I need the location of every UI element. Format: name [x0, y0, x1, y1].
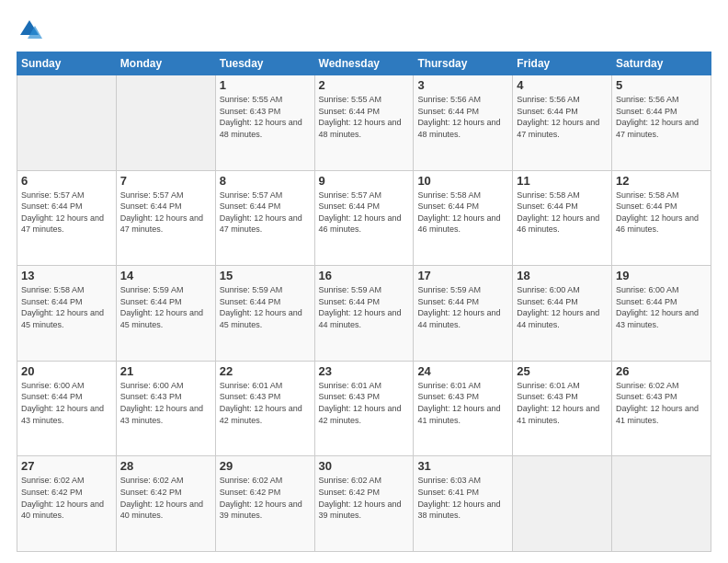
calendar-cell: 31Sunrise: 6:03 AM Sunset: 6:41 PM Dayli…: [414, 456, 513, 552]
day-number: 17: [417, 269, 508, 282]
day-number: 30: [319, 459, 410, 473]
day-info: Sunrise: 6:01 AM Sunset: 6:43 PM Dayligh…: [220, 380, 311, 426]
day-info: Sunrise: 5:59 AM Sunset: 6:44 PM Dayligh…: [417, 284, 508, 330]
day-of-week-header: Monday: [116, 52, 215, 75]
day-number: 11: [517, 174, 608, 188]
day-number: 18: [517, 269, 608, 282]
day-info: Sunrise: 5:59 AM Sunset: 6:44 PM Dayligh…: [220, 284, 311, 330]
day-number: 28: [120, 459, 211, 473]
calendar-cell: 18Sunrise: 6:00 AM Sunset: 6:44 PM Dayli…: [513, 266, 612, 362]
calendar: SundayMondayTuesdayWednesdayThursdayFrid…: [17, 52, 711, 552]
calendar-cell: 1Sunrise: 5:55 AM Sunset: 6:43 PM Daylig…: [215, 75, 314, 171]
day-info: Sunrise: 5:55 AM Sunset: 6:43 PM Dayligh…: [220, 94, 311, 140]
day-number: 12: [616, 174, 707, 188]
calendar-cell: 30Sunrise: 6:02 AM Sunset: 6:42 PM Dayli…: [314, 456, 414, 552]
calendar-cell: 24Sunrise: 6:01 AM Sunset: 6:43 PM Dayli…: [414, 361, 513, 456]
day-info: Sunrise: 6:02 AM Sunset: 6:42 PM Dayligh…: [21, 475, 112, 521]
day-number: 23: [319, 364, 410, 378]
day-info: Sunrise: 6:02 AM Sunset: 6:42 PM Dayligh…: [120, 475, 211, 521]
calendar-cell: 22Sunrise: 6:01 AM Sunset: 6:43 PM Dayli…: [215, 361, 314, 456]
logo: [17, 17, 46, 42]
calendar-cell: 23Sunrise: 6:01 AM Sunset: 6:43 PM Dayli…: [314, 361, 414, 456]
day-info: Sunrise: 6:02 AM Sunset: 6:42 PM Dayligh…: [319, 475, 410, 521]
calendar-week-row: 20Sunrise: 6:00 AM Sunset: 6:44 PM Dayli…: [17, 361, 711, 456]
day-info: Sunrise: 5:55 AM Sunset: 6:44 PM Dayligh…: [319, 94, 410, 140]
day-number: 13: [21, 269, 112, 282]
calendar-cell: 8Sunrise: 5:57 AM Sunset: 6:44 PM Daylig…: [215, 170, 314, 266]
calendar-week-row: 27Sunrise: 6:02 AM Sunset: 6:42 PM Dayli…: [17, 456, 711, 552]
calendar-cell: 10Sunrise: 5:58 AM Sunset: 6:44 PM Dayli…: [414, 170, 513, 266]
calendar-cell: 9Sunrise: 5:57 AM Sunset: 6:44 PM Daylig…: [314, 170, 414, 266]
calendar-cell: [17, 75, 117, 171]
calendar-cell: 17Sunrise: 5:59 AM Sunset: 6:44 PM Dayli…: [414, 266, 513, 362]
calendar-cell: 26Sunrise: 6:02 AM Sunset: 6:43 PM Dayli…: [612, 361, 711, 456]
calendar-cell: [513, 456, 612, 552]
day-info: Sunrise: 6:00 AM Sunset: 6:43 PM Dayligh…: [120, 380, 211, 426]
day-info: Sunrise: 5:57 AM Sunset: 6:44 PM Dayligh…: [319, 190, 410, 236]
day-info: Sunrise: 5:58 AM Sunset: 6:44 PM Dayligh…: [21, 284, 112, 330]
logo-icon: [17, 17, 42, 42]
calendar-cell: 19Sunrise: 6:00 AM Sunset: 6:44 PM Dayli…: [612, 266, 711, 362]
day-number: 24: [417, 364, 508, 378]
day-number: 6: [21, 174, 112, 188]
day-of-week-header: Wednesday: [314, 52, 414, 75]
day-info: Sunrise: 5:56 AM Sunset: 6:44 PM Dayligh…: [517, 94, 608, 140]
calendar-cell: 16Sunrise: 5:59 AM Sunset: 6:44 PM Dayli…: [314, 266, 414, 362]
calendar-cell: 12Sunrise: 5:58 AM Sunset: 6:44 PM Dayli…: [612, 170, 711, 266]
day-number: 26: [616, 364, 707, 378]
calendar-cell: 25Sunrise: 6:01 AM Sunset: 6:43 PM Dayli…: [513, 361, 612, 456]
day-number: 29: [220, 459, 311, 473]
calendar-cell: [612, 456, 711, 552]
day-number: 25: [517, 364, 608, 378]
calendar-cell: 5Sunrise: 5:56 AM Sunset: 6:44 PM Daylig…: [612, 75, 711, 171]
header: [17, 17, 711, 42]
day-number: 5: [616, 78, 707, 92]
day-number: 14: [120, 269, 211, 282]
day-info: Sunrise: 6:00 AM Sunset: 6:44 PM Dayligh…: [21, 380, 112, 426]
day-of-week-header: Thursday: [414, 52, 513, 75]
calendar-cell: [116, 75, 215, 171]
day-info: Sunrise: 5:57 AM Sunset: 6:44 PM Dayligh…: [220, 190, 311, 236]
day-number: 2: [319, 78, 410, 92]
day-number: 27: [21, 459, 112, 473]
day-info: Sunrise: 6:02 AM Sunset: 6:43 PM Dayligh…: [616, 380, 707, 426]
calendar-cell: 21Sunrise: 6:00 AM Sunset: 6:43 PM Dayli…: [116, 361, 215, 456]
day-of-week-header: Saturday: [612, 52, 711, 75]
calendar-week-row: 1Sunrise: 5:55 AM Sunset: 6:43 PM Daylig…: [17, 75, 711, 171]
day-info: Sunrise: 5:58 AM Sunset: 6:44 PM Dayligh…: [417, 190, 508, 236]
calendar-cell: 29Sunrise: 6:02 AM Sunset: 6:42 PM Dayli…: [215, 456, 314, 552]
day-number: 21: [120, 364, 211, 378]
calendar-cell: 6Sunrise: 5:57 AM Sunset: 6:44 PM Daylig…: [17, 170, 117, 266]
day-number: 31: [417, 459, 508, 473]
calendar-cell: 15Sunrise: 5:59 AM Sunset: 6:44 PM Dayli…: [215, 266, 314, 362]
day-number: 10: [417, 174, 508, 188]
day-of-week-header: Friday: [513, 52, 612, 75]
day-number: 16: [319, 269, 410, 282]
page: SundayMondayTuesdayWednesdayThursdayFrid…: [0, 0, 728, 563]
day-number: 22: [220, 364, 311, 378]
calendar-cell: 27Sunrise: 6:02 AM Sunset: 6:42 PM Dayli…: [17, 456, 117, 552]
calendar-cell: 20Sunrise: 6:00 AM Sunset: 6:44 PM Dayli…: [17, 361, 117, 456]
calendar-week-row: 6Sunrise: 5:57 AM Sunset: 6:44 PM Daylig…: [17, 170, 711, 266]
day-info: Sunrise: 6:02 AM Sunset: 6:42 PM Dayligh…: [220, 475, 311, 521]
day-number: 9: [319, 174, 410, 188]
day-info: Sunrise: 5:58 AM Sunset: 6:44 PM Dayligh…: [616, 190, 707, 236]
calendar-cell: 7Sunrise: 5:57 AM Sunset: 6:44 PM Daylig…: [116, 170, 215, 266]
day-info: Sunrise: 5:56 AM Sunset: 6:44 PM Dayligh…: [417, 94, 508, 140]
calendar-cell: 4Sunrise: 5:56 AM Sunset: 6:44 PM Daylig…: [513, 75, 612, 171]
calendar-cell: 11Sunrise: 5:58 AM Sunset: 6:44 PM Dayli…: [513, 170, 612, 266]
calendar-header-row: SundayMondayTuesdayWednesdayThursdayFrid…: [17, 52, 711, 75]
day-of-week-header: Tuesday: [215, 52, 314, 75]
day-info: Sunrise: 5:57 AM Sunset: 6:44 PM Dayligh…: [120, 190, 211, 236]
day-info: Sunrise: 6:00 AM Sunset: 6:44 PM Dayligh…: [616, 284, 707, 330]
day-number: 7: [120, 174, 211, 188]
day-info: Sunrise: 5:57 AM Sunset: 6:44 PM Dayligh…: [21, 190, 112, 236]
day-info: Sunrise: 5:58 AM Sunset: 6:44 PM Dayligh…: [517, 190, 608, 236]
calendar-cell: 14Sunrise: 5:59 AM Sunset: 6:44 PM Dayli…: [116, 266, 215, 362]
day-info: Sunrise: 5:59 AM Sunset: 6:44 PM Dayligh…: [120, 284, 211, 330]
day-info: Sunrise: 6:00 AM Sunset: 6:44 PM Dayligh…: [517, 284, 608, 330]
day-info: Sunrise: 5:59 AM Sunset: 6:44 PM Dayligh…: [319, 284, 410, 330]
day-number: 4: [517, 78, 608, 92]
calendar-cell: 13Sunrise: 5:58 AM Sunset: 6:44 PM Dayli…: [17, 266, 117, 362]
calendar-cell: 2Sunrise: 5:55 AM Sunset: 6:44 PM Daylig…: [314, 75, 414, 171]
